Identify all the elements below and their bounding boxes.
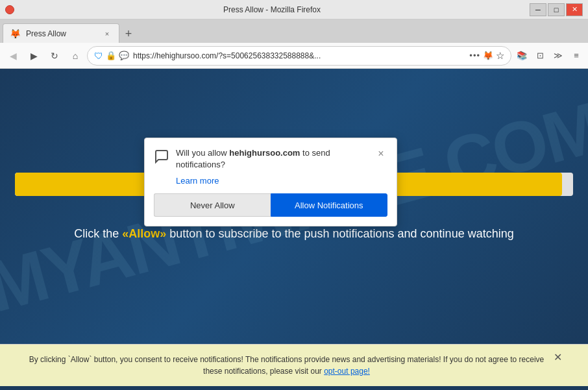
url-bar-icons-right: ••• 🦊 ☆ [469, 50, 504, 62]
url-bar[interactable]: 🛡 🔒 💬 https://hehighursoo.com/?s=5006256… [87, 46, 511, 66]
traffic-lights [5, 5, 14, 14]
popup-header: Will you allow hehighursoo.com to send n… [154, 147, 387, 171]
new-tab-button[interactable]: + [119, 25, 138, 43]
title-bar-title: Press Allow - Mozilla Firefox [14, 5, 530, 14]
popup-message-start: Will you allow [176, 148, 229, 158]
menu-button[interactable]: ≡ [569, 48, 584, 64]
title-bar-left [5, 5, 14, 14]
bookmark-icon[interactable]: ☆ [496, 50, 504, 62]
traffic-light-close[interactable] [5, 5, 14, 14]
nav-bar: ◀ ▶ ↻ ⌂ 🛡 🔒 💬 https://hehighursoo.com/?s… [0, 43, 588, 69]
tab-favicon: 🦊 [10, 29, 21, 39]
extensions-button[interactable]: ≫ [550, 48, 566, 64]
allow-bold-text: «Allow» [122, 227, 166, 240]
allow-notifications-button[interactable]: Allow Notifications [271, 193, 388, 217]
bottom-text-content: By clicking `Allow` button, you consent … [29, 355, 545, 376]
back-button[interactable]: ◀ [4, 47, 22, 65]
never-allow-button[interactable]: Never Allow [154, 193, 271, 217]
close-button[interactable]: ✕ [566, 3, 583, 16]
reload-button[interactable]: ↻ [45, 47, 64, 65]
bottom-bar-close-button[interactable]: ✕ [554, 351, 562, 363]
popup-buttons: Never Allow Allow Notifications [154, 193, 387, 217]
url-text: https://hehighursoo.com/?s=5006256383325… [133, 51, 465, 60]
notification-popup: Will you allow hehighursoo.com to send n… [144, 138, 397, 226]
opt-out-link[interactable]: opt-out page! [324, 367, 370, 376]
forward-button[interactable]: ▶ [25, 47, 43, 65]
pocket-icon[interactable]: 🦊 [483, 51, 493, 60]
tab-bar: 🦊 Press Allow × + [0, 19, 588, 43]
home-button[interactable]: ⌂ [66, 47, 84, 65]
popup-site-name: hehighursoo.com [229, 148, 300, 158]
subscribe-text: Click the «Allow» button to subscribe to… [48, 227, 539, 241]
title-bar: Press Allow - Mozilla Firefox ─ □ ✕ [0, 0, 588, 19]
learn-more-link[interactable]: Learn more [176, 176, 387, 186]
maximize-button[interactable]: □ [548, 3, 565, 16]
nav-right-icons: 📚 ⊡ ≫ ≡ [514, 48, 584, 64]
bottom-bar: By clicking `Allow` button, you consent … [0, 344, 588, 386]
popup-message: Will you allow hehighursoo.com to send n… [176, 147, 368, 171]
url-bar-icons-left: 🛡 🔒 💬 [94, 51, 129, 61]
sync-button[interactable]: ⊡ [532, 48, 548, 64]
minimize-button[interactable]: ─ [530, 3, 546, 16]
lock-icon: 🔒 [106, 51, 116, 60]
title-bar-controls: ─ □ ✕ [530, 3, 583, 16]
library-button[interactable]: 📚 [514, 48, 530, 64]
tab-label: Press Allow [26, 29, 66, 38]
shield-icon: 🛡 [94, 51, 103, 61]
bottom-text: By clicking `Allow` button, you consent … [26, 354, 547, 377]
notification-icon: 💬 [119, 51, 129, 60]
browser-content: Will you allow hehighursoo.com to send n… [0, 69, 588, 386]
tab-close-button[interactable]: × [102, 29, 112, 39]
notification-bell-icon [154, 149, 169, 168]
active-tab[interactable]: 🦊 Press Allow × [3, 23, 119, 43]
more-options-icon[interactable]: ••• [469, 51, 480, 60]
popup-close-button[interactable]: × [374, 147, 387, 160]
